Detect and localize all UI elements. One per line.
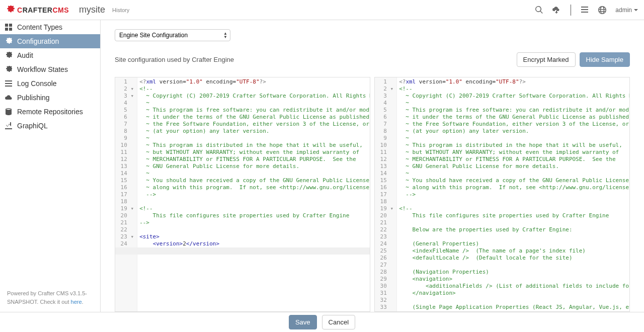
gutter-right: 1 2 ▾ 3 4 5 6 7 8 9 10 11 12 13 14 15 16… <box>375 77 397 311</box>
caret-down-icon <box>634 9 638 11</box>
encrypt-marked-button[interactable]: Encrypt Marked <box>517 52 576 67</box>
chart-icon <box>5 122 12 129</box>
sidebar-item-content-types[interactable]: Content Types <box>0 20 100 34</box>
sidebar-item-label: Audit <box>17 51 33 59</box>
sidebar-item-configuration[interactable]: Configuration <box>0 34 100 48</box>
product-logo[interactable]: CRAFTERCMS <box>6 6 69 15</box>
gear-icon <box>5 66 12 73</box>
content-area: Engine Site Configuration ▲▼ Site config… <box>101 20 644 312</box>
footer-actions: Save Cancel <box>0 312 644 332</box>
sidebar-item-publishing[interactable]: Publishing <box>0 91 100 105</box>
sidebar-item-label: GraphiQL <box>17 122 48 130</box>
sidebar-item-label: Publishing <box>17 94 50 102</box>
list-icon <box>5 80 12 87</box>
history-link[interactable]: History <box>112 7 129 13</box>
publish-icon[interactable] <box>552 6 560 14</box>
sidebar-item-log-console[interactable]: Log Console <box>0 76 100 91</box>
globe-icon[interactable] <box>598 6 606 14</box>
user-menu[interactable]: admin <box>615 7 638 14</box>
sidebar-footer: Powered by Crafter CMS v3.1.5- SNAPSHOT.… <box>0 289 100 312</box>
site-name[interactable]: mysite <box>79 5 105 15</box>
cloud-icon <box>5 94 12 101</box>
sidebar-item-graphiql[interactable]: GraphiQL <box>0 119 100 133</box>
sidebar: Content TypesConfigurationAuditWorkflow … <box>0 20 101 312</box>
save-button[interactable]: Save <box>289 315 317 329</box>
gear-icon <box>5 38 12 45</box>
app-header: CRAFTERCMS mysite History admin <box>0 0 644 20</box>
sidebar-item-label: Content Types <box>17 23 62 31</box>
db-icon <box>5 108 12 115</box>
gear-icon <box>6 6 15 15</box>
sidebar-item-label: Log Console <box>17 79 57 88</box>
gutter-left: 1 2 ▾ 3 ▾ 4 5 6 7 8 9 10 11 12 13 14 15 … <box>115 77 137 311</box>
config-description: Site configuration used by Crafter Engin… <box>115 56 234 63</box>
search-icon[interactable] <box>535 6 543 14</box>
code-right: <?xml version="1.0" encoding="UTF-8"?> <… <box>397 77 629 311</box>
code-left[interactable]: <?xml version="1.0" encoding="UTF-8"?> <… <box>137 77 370 311</box>
sidebar-item-label: Workflow States <box>17 65 68 73</box>
separator <box>571 5 571 16</box>
cancel-button[interactable]: Cancel <box>322 315 355 329</box>
hide-sample-button[interactable]: Hide Sample <box>580 52 630 67</box>
sidebar-item-workflow-states[interactable]: Workflow States <box>0 62 100 76</box>
menu-icon[interactable] <box>581 6 589 14</box>
grid-icon <box>5 24 12 31</box>
sidebar-item-remote-repositories[interactable]: Remote Repositories <box>0 105 100 119</box>
sidebar-item-label: Remote Repositories <box>17 108 83 116</box>
editor-right: 1 2 ▾ 3 4 5 6 7 8 9 10 11 12 13 14 15 16… <box>374 77 630 312</box>
user-name: admin <box>615 7 632 14</box>
sidebar-item-audit[interactable]: Audit <box>0 48 100 62</box>
gear-icon <box>5 52 12 59</box>
here-link[interactable]: here <box>71 299 82 305</box>
sidebar-item-label: Configuration <box>17 37 59 45</box>
editor-left[interactable]: 1 2 ▾ 3 ▾ 4 5 6 7 8 9 10 11 12 13 14 15 … <box>115 77 370 312</box>
config-file-select[interactable]: Engine Site Configuration <box>115 29 230 41</box>
